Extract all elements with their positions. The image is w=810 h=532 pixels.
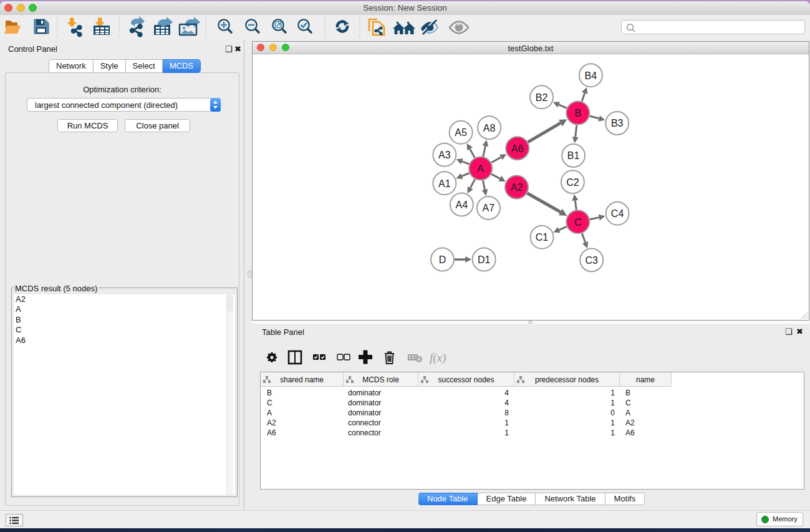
svg-text:B3: B3 [611,118,624,128]
svg-text:A2: A2 [511,182,523,193]
svg-text:C1: C1 [536,232,549,243]
svg-text:A5: A5 [455,127,467,138]
svg-text:A: A [477,163,484,174]
svg-text:C3: C3 [585,255,598,266]
svg-text:A4: A4 [456,200,468,210]
svg-text:D: D [439,254,446,265]
svg-text:B4: B4 [585,70,597,81]
svg-text:f(x): f(x) [430,351,446,365]
svg-text:C: C [574,217,582,228]
svg-text:A7: A7 [483,203,495,213]
svg-text:C4: C4 [611,208,624,219]
svg-text:A6: A6 [511,143,524,154]
svg-text:A3: A3 [438,150,451,160]
svg-text:C2: C2 [566,177,579,188]
svg-text:B1: B1 [567,150,580,161]
svg-text:A1: A1 [438,178,451,189]
svg-text:B2: B2 [536,92,548,103]
svg-text:A8: A8 [483,123,496,133]
svg-text:D1: D1 [478,254,491,265]
svg-text:B: B [574,108,581,118]
